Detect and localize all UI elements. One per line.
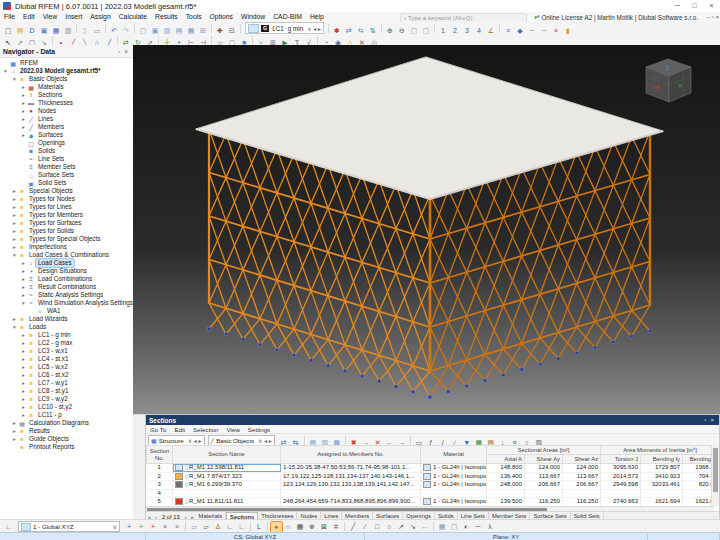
- column-header-bending-iz[interactable]: Bending Iz: [683, 455, 714, 464]
- cell-axial_a[interactable]: [487, 489, 525, 498]
- dir-up-icon[interactable]: ↗: [396, 522, 407, 532]
- navigation-cube[interactable]: +X Y Z: [646, 59, 691, 102]
- expand-arrow-icon[interactable]: ▸: [11, 428, 18, 434]
- tree-item-types-for-nodes[interactable]: ▸■Types for Nodes: [0, 195, 133, 203]
- tree-item-lc11-p[interactable]: ▸■LC11 - p: [0, 411, 133, 419]
- tree-item-types-for-special-objects[interactable]: ▸■Types for Special Objects: [0, 235, 133, 243]
- expand-arrow-icon[interactable]: ▸: [20, 412, 27, 418]
- cell-assigned-members[interactable]: 17,19,122,125-128,131,134-137,140,143-14…: [281, 472, 421, 481]
- expand-arrow-icon[interactable]: ▸: [20, 380, 27, 386]
- cs-axes-icon[interactable]: ∟: [4, 522, 15, 532]
- ortho-mode-icon[interactable]: ⊗: [307, 522, 318, 532]
- expand-arrow-icon[interactable]: ▸: [20, 340, 27, 346]
- tree-item-lc1-g-min[interactable]: ▸■LC1 - g min: [0, 331, 133, 339]
- plane-offset-icon[interactable]: ∟: [225, 522, 236, 532]
- table-row-2[interactable]: 2▯R_M1 7.874/17.32317,19,122,125-128,131…: [147, 472, 715, 481]
- table-row-5[interactable]: 5▯R_M1 11.811/11.811248,264,454,659-714,…: [147, 498, 715, 506]
- cell-bending_iz[interactable]: 820.05: [683, 481, 714, 490]
- table-vertical-scrollbar[interactable]: [711, 445, 719, 506]
- viewport-svg[interactable]: +X Y Z: [133, 45, 720, 414]
- expand-arrow-icon[interactable]: ▸: [20, 348, 27, 354]
- expand-arrow-icon[interactable]: ▸: [20, 372, 27, 378]
- cube-y-label[interactable]: Y: [678, 83, 682, 89]
- cell-bending_iz[interactable]: 1621.69: [683, 498, 714, 506]
- tree-item-guide-objects[interactable]: ▸■Guide Objects: [0, 435, 133, 443]
- tree-item-surfaces[interactable]: ▸◆Surfaces: [0, 131, 133, 139]
- workplane-yz-icon[interactable]: ▱: [201, 522, 212, 532]
- dir-down-icon[interactable]: ↘: [408, 522, 419, 532]
- cell-shear_az[interactable]: 124.000: [563, 464, 601, 473]
- cell-material[interactable]: 1 - GL24h | Isotropic | Linear Elastic: [421, 498, 487, 506]
- expand-arrow-icon[interactable]: ▸: [20, 388, 27, 394]
- coordinate-system-combo[interactable]: 1 - Global XYZ∨: [18, 521, 120, 532]
- tree-item-basic-objects[interactable]: ▾■Basic Objects: [0, 75, 133, 83]
- column-header-sectional-areas-in[interactable]: Sectional Areas [in²]: [487, 446, 601, 455]
- expand-arrow-icon[interactable]: ▸: [11, 212, 18, 218]
- cell-shear_ay[interactable]: 113.667: [525, 472, 563, 481]
- cell-assigned-members[interactable]: [281, 489, 421, 498]
- tree-item-result-combinations[interactable]: ▸ΣResult Combinations: [0, 283, 133, 291]
- cell-torsion_j[interactable]: 3095.630: [601, 464, 641, 473]
- cell-torsion_j[interactable]: 2949.598: [601, 481, 641, 490]
- expand-arrow-icon[interactable]: ▸: [11, 188, 18, 194]
- expand-arrow-icon[interactable]: ▾: [20, 300, 27, 306]
- cell-material[interactable]: 1 - GL24h | Isotropic | Linear Elastic: [421, 472, 487, 481]
- panel-close-icon[interactable]: ×: [708, 417, 716, 423]
- cell-axial_a[interactable]: 248.000: [487, 481, 525, 490]
- tree-item-lc2-g-max[interactable]: ▸■LC2 - g max: [0, 339, 133, 347]
- cell-shear_ay[interactable]: 206.667: [525, 481, 563, 490]
- tree-item-types-for-solids[interactable]: ▸■Types for Solids: [0, 227, 133, 235]
- cell-material[interactable]: 1 - GL24h | Isotropic | Linear Elastic: [421, 464, 487, 473]
- tree-item-lc6-st-x2[interactable]: ▸■LC6 - st,x2: [0, 371, 133, 379]
- expand-arrow-icon[interactable]: ▸: [20, 116, 27, 122]
- cell-material[interactable]: [421, 489, 487, 498]
- cell-shear_az[interactable]: 206.667: [563, 481, 601, 490]
- workplane-xz-icon[interactable]: ∆: [213, 522, 224, 532]
- ucs-rotate-icon[interactable]: +: [148, 522, 159, 532]
- tree-item-openings[interactable]: ▢Openings: [0, 139, 133, 147]
- tree-item-lc10-st-y2[interactable]: ▸■LC10 - st,y2: [0, 403, 133, 411]
- column-header-bending-iy[interactable]: Bending Iy: [641, 455, 683, 464]
- sections-menu-selection[interactable]: Selection: [189, 426, 222, 433]
- tree-item-types-for-lines[interactable]: ▸■Types for Lines: [0, 203, 133, 211]
- table-row-1[interactable]: 1▯R_M1 12.598/11.8111-15,20-35,38-47,50-…: [147, 464, 715, 473]
- expand-arrow-icon[interactable]: ▸: [20, 356, 27, 362]
- draw-line-icon[interactable]: ╱: [348, 522, 359, 532]
- tree-item-load-cases-combinations[interactable]: ▾■Load Cases & Combinations: [0, 251, 133, 259]
- tree-item-solids[interactable]: ■Solids: [0, 147, 133, 155]
- menu-cad-bim[interactable]: CAD-BIM: [269, 13, 306, 20]
- column-header-area-moments-of-inertia-in[interactable]: Area Moments of Inertia [in⁴]: [601, 446, 714, 455]
- cell-bending_iy[interactable]: 3410.923: [641, 472, 683, 481]
- expand-arrow-icon[interactable]: ▸: [20, 404, 27, 410]
- navigator-close-icon[interactable]: ×: [122, 48, 130, 55]
- plane-pick-icon[interactable]: ∟: [237, 522, 248, 532]
- expand-arrow-icon[interactable]: ▸: [11, 316, 18, 322]
- cell-section-no[interactable]: 3: [147, 481, 173, 490]
- cell-assigned-members[interactable]: 1-15,20-35,38-47,50-53,56-71,74-95,98-10…: [281, 464, 421, 473]
- cartesian-grid-icon[interactable]: #: [331, 522, 342, 532]
- tree-item-members[interactable]: ▸╱Members: [0, 123, 133, 131]
- sections-table[interactable]: Section No.Section NameAssigned to Membe…: [146, 445, 714, 506]
- expand-arrow-icon[interactable]: ▸: [20, 132, 27, 138]
- sections-menu-go-to[interactable]: Go To: [146, 426, 170, 433]
- cell-section-name[interactable]: ▯R_M1 7.874/17.323: [173, 472, 281, 481]
- cell-axial_a[interactable]: 139.500: [487, 498, 525, 506]
- expand-arrow-icon[interactable]: ▸: [11, 220, 18, 226]
- cell-shear_az[interactable]: 113.667: [563, 472, 601, 481]
- column-header-section-no[interactable]: Section No.: [147, 446, 173, 464]
- sections-menu-edit[interactable]: Edit: [170, 426, 189, 433]
- objects-combo[interactable]: ╱ Basic Objects ∨ ◂ ▸: [208, 435, 275, 446]
- cube-x-label[interactable]: +X: [652, 84, 660, 90]
- cell-bending_iz[interactable]: [683, 489, 714, 498]
- tree-item-lc8-st-y1[interactable]: ▸■LC8 - st,y1: [0, 387, 133, 395]
- draw-free-icon[interactable]: ∕: [360, 522, 371, 532]
- expand-arrow-icon[interactable]: ▾: [11, 324, 18, 330]
- cell-section-name[interactable]: ▯R_M1 11.811/11.811: [173, 498, 281, 506]
- cell-bending_iz[interactable]: 704.73: [683, 472, 714, 481]
- table-row-3[interactable]: 3▯R_M1 6.299/39.370123,124,129,130,132,1…: [147, 481, 715, 490]
- menu-help[interactable]: Help: [306, 13, 328, 20]
- render-toggle-icon[interactable]: ◐: [461, 522, 472, 532]
- expand-arrow-icon[interactable]: ▸: [20, 364, 27, 370]
- object-snap-icon[interactable]: ∩: [283, 522, 294, 532]
- expand-arrow-icon[interactable]: ▸: [20, 284, 27, 290]
